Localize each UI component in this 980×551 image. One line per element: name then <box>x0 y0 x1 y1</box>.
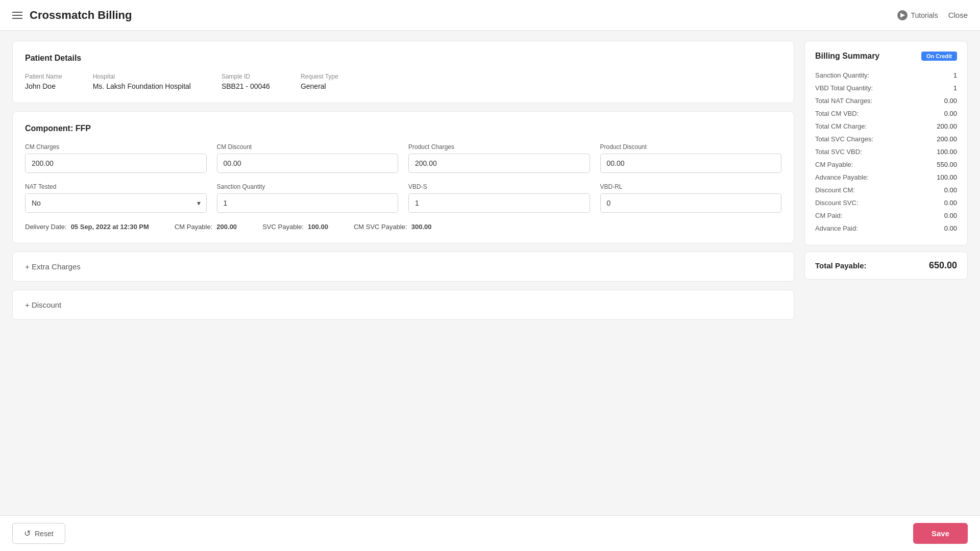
summary-value-4: 200.00 <box>937 122 957 130</box>
sample-id-label: Sample ID <box>222 73 270 80</box>
summary-label-2: Total NAT Charges: <box>815 97 872 105</box>
patient-details-card: Patient Details Patient Name John Doe Ho… <box>12 41 794 103</box>
vbd-rl-group: VBD-RL <box>600 183 782 213</box>
vbd-rl-input[interactable] <box>600 193 782 213</box>
extra-charges-section[interactable]: + Extra Charges <box>12 252 794 282</box>
cm-payable-label: CM Payable: <box>175 223 212 231</box>
billing-summary-title: Billing Summary <box>815 52 879 61</box>
hospital-value: Ms. Laksh Foundation Hospital <box>93 82 191 90</box>
footer: ↺ Reset Save <box>0 515 980 551</box>
tutorials-icon: ▶ <box>897 10 908 20</box>
summary-row-7: CM Payable: 550.00 <box>815 158 957 171</box>
component-form-bottom: NAT Tested No Yes ▾ Sanction Quantity VB… <box>25 183 781 213</box>
summary-row-1: VBD Total Quantity: 1 <box>815 82 957 94</box>
summary-label-6: Total SVC VBD: <box>815 148 862 156</box>
menu-icon[interactable] <box>12 12 22 19</box>
total-payable-card: Total Payable: 650.00 <box>804 252 968 280</box>
billing-summary-card: Billing Summary On Credit Sanction Quant… <box>804 41 968 245</box>
product-discount-input[interactable] <box>600 154 782 173</box>
sample-id-value: SBB21 - 00046 <box>222 82 270 90</box>
sidebar-right: Billing Summary On Credit Sanction Quant… <box>804 41 968 505</box>
hospital-field: Hospital Ms. Laksh Foundation Hospital <box>93 73 191 90</box>
content-left: Patient Details Patient Name John Doe Ho… <box>12 41 794 505</box>
summary-row-10: Discount SVC: 0.00 <box>815 196 957 209</box>
hospital-label: Hospital <box>93 73 191 80</box>
summary-row-8: Advance Payable: 100.00 <box>815 171 957 184</box>
summary-value-7: 550.00 <box>937 161 957 168</box>
discount-section[interactable]: + Discount <box>12 290 794 320</box>
close-button[interactable]: Close <box>948 11 968 19</box>
summary-label-1: VBD Total Quantity: <box>815 84 873 92</box>
app-title: Crossmatch Billing <box>30 9 132 22</box>
summary-value-1: 1 <box>953 84 957 92</box>
summary-value-0: 1 <box>953 71 957 79</box>
summary-label-12: Advance Paid: <box>815 224 858 232</box>
patient-name-value: John Doe <box>25 82 62 90</box>
summary-row-12: Advance Paid: 0.00 <box>815 222 957 235</box>
summary-label-3: Total CM VBD: <box>815 110 859 117</box>
summary-value-8: 100.00 <box>937 173 957 181</box>
nat-tested-select-wrapper: No Yes ▾ <box>25 193 207 213</box>
total-payable-label: Total Payable: <box>815 261 867 270</box>
summary-row-6: Total SVC VBD: 100.00 <box>815 145 957 158</box>
cm-payable-value: 200.00 <box>216 223 237 231</box>
nat-tested-group: NAT Tested No Yes ▾ <box>25 183 207 213</box>
summary-label-0: Sanction Quantity: <box>815 71 869 79</box>
nat-tested-select[interactable]: No Yes <box>25 193 207 213</box>
vbd-s-label: VBD-S <box>408 183 590 190</box>
on-credit-badge: On Credit <box>921 52 957 61</box>
separator-3 <box>336 223 346 231</box>
summary-row-0: Sanction Quantity: 1 <box>815 69 957 82</box>
sanction-quantity-input[interactable] <box>217 193 399 213</box>
patient-name-field: Patient Name John Doe <box>25 73 62 90</box>
patient-details-title: Patient Details <box>25 54 781 63</box>
cm-discount-group: CM Discount <box>217 143 399 173</box>
vbd-s-group: VBD-S <box>408 183 590 213</box>
component-card: Component: FFP CM Charges CM Discount Pr… <box>12 111 794 243</box>
summary-row-9: Discount CM: 0.00 <box>815 184 957 196</box>
summary-label-7: CM Payable: <box>815 161 853 168</box>
tutorials-button[interactable]: ▶ Tutorials <box>897 10 938 20</box>
nat-tested-label: NAT Tested <box>25 183 207 190</box>
sample-id-field: Sample ID SBB21 - 00046 <box>222 73 270 90</box>
save-button[interactable]: Save <box>913 523 968 544</box>
summary-value-9: 0.00 <box>944 186 957 194</box>
app-header: Crossmatch Billing ▶ Tutorials Close <box>0 0 980 31</box>
header-right: ▶ Tutorials Close <box>897 10 968 20</box>
cm-charges-input[interactable] <box>25 154 207 173</box>
product-charges-input[interactable] <box>408 154 590 173</box>
svc-payable-value: 100.00 <box>308 223 328 231</box>
patient-grid: Patient Name John Doe Hospital Ms. Laksh… <box>25 73 781 90</box>
cm-charges-label: CM Charges <box>25 143 207 151</box>
request-type-value: General <box>301 82 338 90</box>
cm-charges-group: CM Charges <box>25 143 207 173</box>
total-payable-value: 650.00 <box>929 260 957 271</box>
request-type-label: Request Type <box>301 73 338 80</box>
summary-value-10: 0.00 <box>944 199 957 207</box>
summary-label-11: CM Paid: <box>815 212 842 219</box>
extra-charges-label: + Extra Charges <box>25 262 781 271</box>
vbd-s-input[interactable] <box>408 193 590 213</box>
component-title: Component: FFP <box>25 124 781 133</box>
cm-discount-label: CM Discount <box>217 143 399 151</box>
cm-svc-payable-value: 300.00 <box>411 223 432 231</box>
summary-label-8: Advance Payable: <box>815 173 869 181</box>
separator-1 <box>157 223 166 231</box>
summary-label-9: Discount CM: <box>815 186 855 194</box>
header-left: Crossmatch Billing <box>12 9 132 22</box>
summary-value-11: 0.00 <box>944 212 957 219</box>
summary-value-5: 200.00 <box>937 135 957 143</box>
request-type-field: Request Type General <box>301 73 338 90</box>
cm-svc-payable-label: CM SVC Payable: <box>354 223 407 231</box>
separator-2 <box>245 223 254 231</box>
cm-discount-input[interactable] <box>217 154 399 173</box>
product-discount-label: Product Discount <box>600 143 782 151</box>
sanction-quantity-group: Sanction Quantity <box>217 183 399 213</box>
summary-label-5: Total SVC Charges: <box>815 135 873 143</box>
summary-label-10: Discount SVC: <box>815 199 859 207</box>
component-form-top: CM Charges CM Discount Product Charges P… <box>25 143 781 173</box>
summary-value-12: 0.00 <box>944 224 957 232</box>
patient-name-label: Patient Name <box>25 73 62 80</box>
vbd-rl-label: VBD-RL <box>600 183 782 190</box>
reset-button[interactable]: ↺ Reset <box>12 523 65 544</box>
